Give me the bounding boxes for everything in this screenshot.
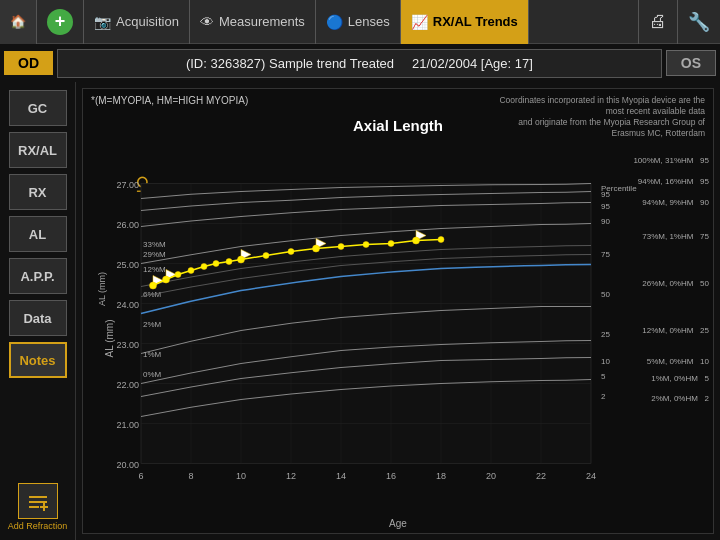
svg-text:AL (mm): AL (mm) [104,320,115,358]
svg-text:22: 22 [536,471,546,481]
svg-text:50: 50 [601,290,610,299]
svg-text:0%M: 0%M [143,370,162,379]
svg-rect-0 [29,496,47,498]
svg-text:24.00: 24.00 [116,300,139,310]
plus-icon: + [47,9,73,35]
svg-text:8: 8 [188,471,193,481]
svg-text:20.00: 20.00 [116,460,139,470]
acquisition-icon: 📷 [94,14,111,30]
svg-rect-4 [40,506,48,508]
svg-text:25.00: 25.00 [116,260,139,270]
os-button[interactable]: OS [666,50,716,76]
main-content: GC RX/AL RX AL A.P.P. Data Notes [0,82,720,540]
lenses-icon: 🔵 [326,14,343,30]
svg-text:10: 10 [236,471,246,481]
home-button[interactable]: 🏠 [0,0,37,44]
svg-text:23.00: 23.00 [116,340,139,350]
svg-text:21.00: 21.00 [116,420,139,430]
svg-text:14: 14 [336,471,346,481]
sidebar-item-al[interactable]: AL [9,216,67,252]
add-button[interactable]: + [37,0,84,44]
svg-text:29%M: 29%M [143,250,166,259]
tab-acquisition[interactable]: 📷 Acquisition [84,0,190,44]
svg-text:10: 10 [601,357,610,366]
chart-container: *(M=MYOPIA, HM=HIGH MYOPIA) Coordinates … [82,88,714,534]
svg-text:2: 2 [601,392,606,401]
svg-text:25: 25 [601,330,610,339]
chart-svg: 27.00 26.00 25.00 24.00 23.00 22.00 21.0… [101,144,641,523]
svg-text:5: 5 [601,372,606,381]
svg-text:75: 75 [601,250,610,259]
sidebar-item-notes[interactable]: Notes [9,342,67,378]
tab-lenses[interactable]: 🔵 Lenses [316,0,401,44]
svg-text:12%M: 12%M [143,265,166,274]
patient-id: (ID: 3263827) Sample trend Treated [186,56,394,71]
sidebar-item-rxal[interactable]: RX/AL [9,132,67,168]
sidebar: GC RX/AL RX AL A.P.P. Data Notes [0,82,76,540]
settings-icon: 🔧 [688,11,710,33]
svg-text:18: 18 [436,471,446,481]
print-button[interactable]: 🖨 [638,0,677,44]
measurements-icon: 👁 [200,14,214,30]
chart-note-right: Coordinates incorporated in this Myopia … [485,95,705,139]
chart-area: *(M=MYOPIA, HM=HIGH MYOPIA) Coordinates … [76,82,720,540]
svg-rect-2 [29,506,39,508]
tab-measurements[interactable]: 👁 Measurements [190,0,316,44]
add-refraction-button[interactable]: Add Refraction [6,483,70,532]
settings-button[interactable]: 🔧 [677,0,720,44]
svg-text:27.00: 27.00 [116,180,139,190]
svg-text:95: 95 [601,190,610,199]
od-button[interactable]: OD [4,51,53,75]
y-axis-label: AL (mm) [97,272,107,306]
svg-text:20: 20 [486,471,496,481]
svg-text:1%M: 1%M [143,350,162,359]
svg-text:12: 12 [286,471,296,481]
patient-bar: OD (ID: 3263827) Sample trend Treated 21… [0,44,720,82]
percentile-labels: 100%M, 31%HM 95 94%M, 16%HM 95 94%M, 9%H… [633,157,709,404]
svg-text:6: 6 [138,471,143,481]
home-icon: 🏠 [10,14,26,29]
x-axis-label: Age [389,518,407,529]
sidebar-item-app[interactable]: A.P.P. [9,258,67,294]
svg-text:22.00: 22.00 [116,380,139,390]
svg-text:16: 16 [386,471,396,481]
chart-myopia-note: *(M=MYOPIA, HM=HIGH MYOPIA) [91,95,248,106]
sidebar-item-data[interactable]: Data [9,300,67,336]
sidebar-item-rx[interactable]: RX [9,174,67,210]
svg-text:33%M: 33%M [143,240,166,249]
svg-text:2%M: 2%M [143,320,162,329]
svg-text:95: 95 [601,202,610,211]
patient-date: 21/02/2004 [Age: 17] [412,56,533,71]
top-nav: 🏠 + 📷 Acquisition 👁 Measurements 🔵 Lense… [0,0,720,44]
svg-text:24: 24 [586,471,596,481]
svg-rect-1 [29,501,47,503]
sidebar-item-gc[interactable]: GC [9,90,67,126]
tab-rxal-trends[interactable]: 📈 RX/AL Trends [401,0,529,44]
svg-text:26.00: 26.00 [116,220,139,230]
patient-info: (ID: 3263827) Sample trend Treated 21/02… [57,49,662,78]
svg-text:90: 90 [601,217,610,226]
print-icon: 🖨 [649,11,667,32]
trends-icon: 📈 [411,14,428,30]
add-refraction-icon [18,483,58,519]
